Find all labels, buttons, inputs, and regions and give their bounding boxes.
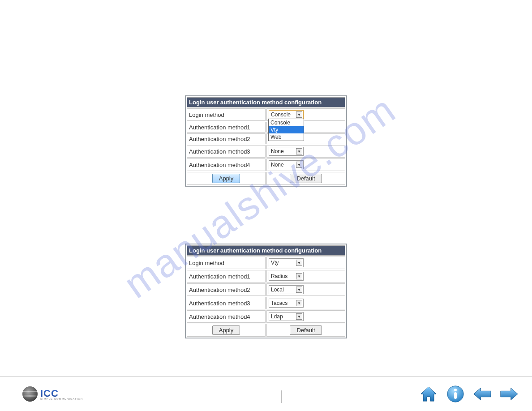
table2-row-label: Authentication method2	[187, 283, 266, 296]
auth-method2-select[interactable]: Local ▼	[269, 285, 304, 294]
chevron-down-icon: ▼	[296, 300, 302, 306]
default-button[interactable]: Default	[290, 174, 322, 183]
auth-config-table-2: Login user authentication method configu…	[185, 244, 347, 338]
apply-button[interactable]: Apply	[212, 174, 240, 183]
chevron-down-icon: ▼	[296, 162, 302, 168]
select-value: Radius	[271, 273, 287, 279]
login-method-dropdown[interactable]: Console Vty Web	[268, 119, 304, 141]
select-value: Ldap	[271, 313, 283, 320]
next-arrow-icon[interactable]	[500, 385, 519, 403]
select-value: Vty	[271, 260, 279, 266]
svg-rect-2	[454, 392, 457, 399]
select-value: Tacacs	[271, 300, 287, 306]
select-value: Local	[271, 287, 284, 293]
select-value: None	[271, 162, 284, 168]
info-icon[interactable]	[446, 385, 465, 403]
table2-row-label: Authentication method1	[187, 270, 266, 283]
chevron-down-icon: ▼	[296, 313, 302, 320]
logo-sub: SIMPLE COMMUNICATION	[40, 398, 83, 400]
apply-button[interactable]: Apply	[212, 325, 240, 335]
auth-method4-select[interactable]: Ldap ▼	[269, 312, 304, 321]
home-icon[interactable]	[419, 385, 438, 403]
nav-icons	[419, 385, 519, 403]
table1-row-label: Authentication method3	[187, 145, 266, 158]
auth-method1-select[interactable]: Radius ▼	[269, 272, 304, 281]
login-method-select[interactable]: Console ▼	[269, 110, 304, 119]
chevron-down-icon: ▼	[296, 260, 302, 266]
table1-title: Login user authentication method configu…	[187, 97, 345, 107]
logo-text: ICC	[40, 388, 59, 399]
globe-icon	[22, 386, 38, 402]
auth-method4-select[interactable]: None ▼	[269, 160, 304, 169]
chevron-down-icon: ▼	[296, 273, 302, 279]
footer: ICC SIMPLE COMMUNICATION	[0, 376, 532, 411]
svg-point-1	[454, 389, 457, 391]
auth-method3-select[interactable]: Tacacs ▼	[269, 299, 304, 308]
logo: ICC SIMPLE COMMUNICATION	[22, 386, 83, 402]
chevron-down-icon: ▼	[296, 111, 302, 118]
prev-arrow-icon[interactable]	[473, 385, 492, 403]
table1-row-label: Authentication method2	[187, 133, 266, 144]
table1-row-label: Authentication method4	[187, 158, 266, 171]
table2-row-label: Authentication method4	[187, 310, 266, 323]
dropdown-option[interactable]: Vty	[269, 126, 304, 133]
chevron-down-icon: ▼	[296, 287, 302, 293]
auth-method3-select[interactable]: None ▼	[269, 147, 304, 156]
login-method-select[interactable]: Vty ▼	[269, 258, 304, 267]
table2-row-label: Login method	[187, 257, 266, 269]
page-separator	[281, 390, 282, 403]
select-value: Console	[271, 111, 291, 118]
dropdown-option[interactable]: Console	[269, 119, 304, 126]
table2-title: Login user authentication method configu…	[187, 245, 345, 256]
table1-row-label: Authentication method1	[187, 122, 266, 133]
default-button[interactable]: Default	[290, 325, 322, 335]
table2-row-label: Authentication method3	[187, 297, 266, 309]
auth-config-table-1: Login user authentication method configu…	[185, 95, 347, 187]
dropdown-option[interactable]: Web	[269, 133, 304, 141]
table1-row-label: Login method	[187, 108, 266, 121]
chevron-down-icon: ▼	[296, 148, 302, 154]
select-value: None	[271, 148, 284, 154]
